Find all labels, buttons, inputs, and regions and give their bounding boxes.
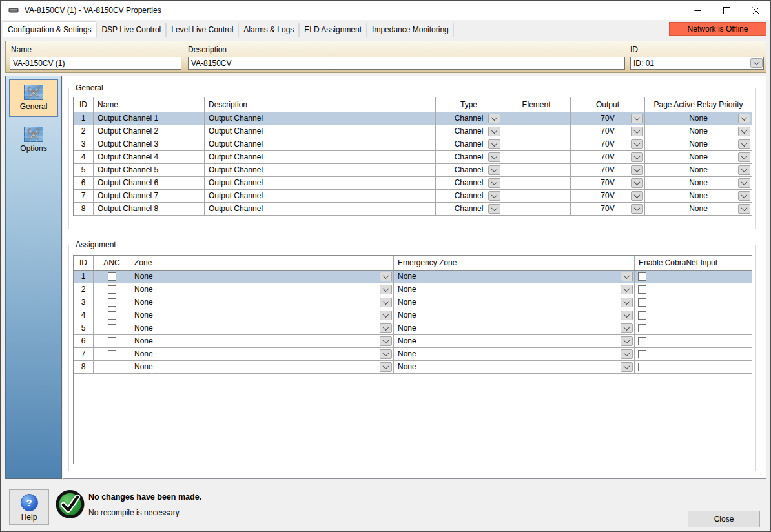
status-message: No changes have been made. [88, 493, 201, 502]
tab-eld-assignment[interactable]: ELD Assignment [299, 23, 367, 37]
zone-dropdown[interactable] [380, 323, 392, 333]
chevron-down-icon [624, 298, 630, 305]
minimize-button[interactable] [683, 1, 712, 20]
output-dropdown[interactable] [631, 127, 643, 136]
id-dropdown[interactable]: ID: 01 [630, 57, 764, 70]
type-dropdown[interactable] [488, 139, 500, 149]
table-row[interactable]: 7Output Channel 7Output ChannelChannel70… [74, 190, 752, 203]
table-row[interactable]: 3NoneNone [74, 296, 752, 309]
close-button[interactable]: Close [688, 511, 760, 527]
cobranet-checkbox[interactable] [638, 324, 646, 332]
table-row[interactable]: 2Output Channel 2Output ChannelChannel70… [74, 125, 752, 138]
description-input[interactable] [188, 57, 625, 70]
output-dropdown[interactable] [631, 165, 643, 175]
id-cell: 2 [74, 125, 94, 138]
table-row[interactable]: 2NoneNone [74, 283, 752, 296]
table-row[interactable]: 1NoneNone [74, 271, 752, 283]
table-row[interactable]: 5NoneNone [74, 322, 752, 335]
priority-dropdown[interactable] [738, 165, 750, 175]
anc-checkbox[interactable] [108, 311, 116, 320]
output-dropdown[interactable] [631, 152, 643, 162]
table-row[interactable]: 1Output Channel 1Output ChannelChannel70… [74, 112, 752, 125]
type-dropdown[interactable] [488, 152, 500, 162]
cobranet-checkbox[interactable] [638, 363, 646, 371]
close-window-button[interactable] [741, 1, 770, 20]
table-row[interactable]: 8Output Channel 8Output ChannelChannel70… [74, 203, 752, 216]
emergency-zone-dropdown[interactable] [621, 285, 633, 294]
table-row[interactable]: 6NoneNone [74, 335, 752, 348]
priority-dropdown[interactable] [738, 152, 750, 162]
cobranet-checkbox[interactable] [638, 350, 646, 358]
table-row[interactable]: 4Output Channel 4Output ChannelChannel70… [74, 151, 752, 164]
anc-checkbox[interactable] [108, 350, 116, 358]
zone-dropdown[interactable] [380, 285, 392, 294]
page_active_relay_priority-cell: None [645, 177, 752, 189]
output-cell: 70V [571, 138, 645, 150]
type-dropdown[interactable] [488, 114, 500, 123]
tab-level-live-control[interactable]: Level Live Control [166, 23, 238, 37]
tab-alarms-logs[interactable]: Alarms & Logs [238, 23, 299, 37]
type-dropdown[interactable] [488, 165, 500, 175]
type-dropdown[interactable] [488, 204, 500, 214]
name-cell: Output Channel 2 [94, 125, 205, 138]
help-button[interactable]: ? Help [9, 489, 49, 525]
output-cell: 70V [571, 112, 645, 125]
anc-checkbox[interactable] [108, 298, 116, 307]
anc-checkbox[interactable] [108, 285, 116, 294]
output-dropdown[interactable] [631, 114, 643, 123]
priority-dropdown[interactable] [738, 139, 750, 149]
output-dropdown[interactable] [631, 178, 643, 188]
emergency-zone-cell: None [394, 348, 635, 360]
emergency-zone-dropdown[interactable] [621, 298, 633, 307]
table-row[interactable]: 8NoneNone [74, 361, 752, 374]
priority-dropdown[interactable] [738, 191, 750, 201]
priority-dropdown[interactable] [738, 204, 750, 214]
cobranet-checkbox[interactable] [638, 272, 646, 281]
cobranet-checkbox[interactable] [638, 337, 646, 345]
type-dropdown[interactable] [488, 127, 500, 136]
anc-checkbox[interactable] [108, 324, 116, 332]
emergency-zone-dropdown[interactable] [621, 336, 633, 346]
table-row[interactable]: 3Output Channel 3Output ChannelChannel70… [74, 138, 752, 151]
zone-dropdown[interactable] [380, 362, 392, 372]
table-row[interactable]: 6Output Channel 6Output ChannelChannel70… [74, 177, 752, 190]
type-dropdown[interactable] [488, 191, 500, 201]
cobranet-checkbox[interactable] [638, 298, 646, 307]
output-dropdown[interactable] [631, 191, 643, 201]
emergency-zone-dropdown[interactable] [621, 349, 633, 359]
cobranet-checkbox[interactable] [638, 285, 646, 294]
anc-checkbox[interactable] [108, 272, 116, 281]
priority-dropdown[interactable] [738, 178, 750, 188]
zone-dropdown[interactable] [380, 349, 392, 359]
tab-dsp-live-control[interactable]: DSP Live Control [96, 23, 166, 37]
cobranet-checkbox[interactable] [638, 311, 646, 320]
zone-dropdown[interactable] [380, 336, 392, 346]
zone-dropdown[interactable] [380, 272, 392, 281]
anc-checkbox[interactable] [108, 337, 116, 345]
sidebar-item-options[interactable]: Options [9, 122, 58, 159]
page_active_relay_priority-cell: None [645, 164, 752, 176]
column-header-id: ID [74, 97, 94, 112]
output-dropdown[interactable] [631, 139, 643, 149]
zone-dropdown[interactable] [380, 298, 392, 307]
emergency-zone-dropdown[interactable] [621, 272, 633, 281]
emergency-zone-dropdown[interactable] [621, 362, 633, 372]
priority-dropdown[interactable] [738, 114, 750, 123]
emergency-zone-dropdown[interactable] [621, 323, 633, 333]
anc-checkbox[interactable] [108, 363, 116, 371]
chevron-down-icon[interactable] [750, 58, 763, 68]
table-row[interactable]: 5Output Channel 5Output ChannelChannel70… [74, 164, 752, 177]
emergency-zone-dropdown[interactable] [621, 311, 633, 320]
priority-dropdown[interactable] [738, 127, 750, 136]
maximize-button[interactable] [712, 1, 741, 20]
zone-dropdown[interactable] [380, 311, 392, 320]
table-row[interactable]: 4NoneNone [74, 309, 752, 322]
name-input[interactable] [10, 57, 181, 70]
type-dropdown[interactable] [488, 178, 500, 188]
table-row[interactable]: 7NoneNone [74, 348, 752, 361]
output-dropdown[interactable] [631, 204, 643, 214]
chevron-down-icon [491, 166, 498, 172]
sidebar-item-general[interactable]: General [9, 79, 58, 117]
tab-configuration-settings[interactable]: Configuration & Settings [3, 21, 96, 37]
tab-impedance-monitoring[interactable]: Impedance Monitoring [367, 23, 454, 37]
